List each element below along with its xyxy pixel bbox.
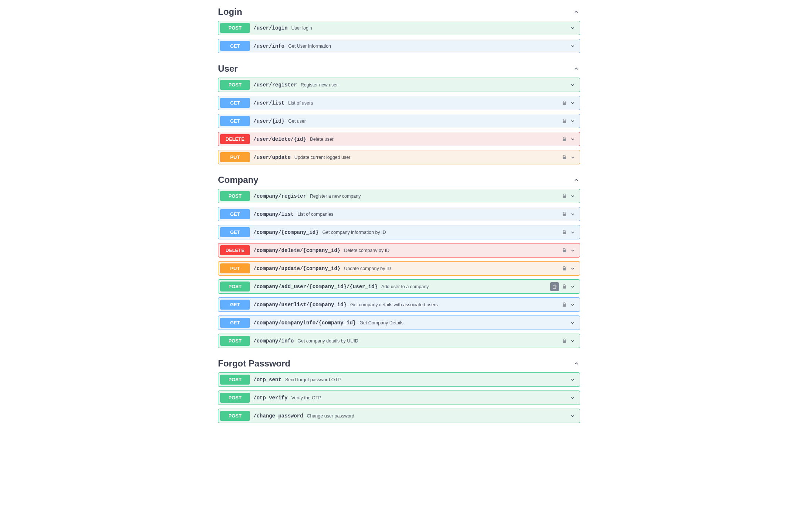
section-toggle[interactable]: Login — [218, 0, 580, 21]
http-method-badge: PUT — [220, 152, 250, 162]
section-title: Login — [218, 7, 242, 17]
chevron-up-icon — [573, 360, 580, 367]
api-summary: List of users — [288, 100, 561, 106]
http-method-badge: GET — [220, 98, 250, 108]
section-toggle[interactable]: User — [218, 57, 580, 78]
api-operation[interactable]: GET/user/listList of users — [218, 96, 580, 110]
api-path: /user/list — [253, 100, 284, 106]
api-summary: Register a new company — [310, 194, 561, 199]
chevron-down-icon — [569, 265, 576, 272]
api-operation[interactable]: DELETE/company/delete/{company_id}Delete… — [218, 243, 580, 258]
section-toggle[interactable]: Company — [218, 168, 580, 189]
lock-icon[interactable] — [561, 154, 567, 160]
api-operation[interactable]: POST/otp_sentSend forgot password OTP — [218, 372, 580, 387]
api-operation[interactable]: PUT/user/updateUpdate current logged use… — [218, 150, 580, 164]
lock-icon[interactable] — [561, 284, 567, 290]
section-title: Forgot Password — [218, 358, 290, 369]
api-operation[interactable]: GET/company/{company_id}Get company info… — [218, 225, 580, 239]
chevron-down-icon — [569, 338, 576, 344]
api-operation[interactable]: GET/company/userlist/{company_id}Get com… — [218, 297, 580, 312]
http-method-badge: GET — [220, 227, 250, 237]
api-summary: Delete company by ID — [344, 248, 561, 253]
api-path: /company/update/{company_id} — [253, 266, 340, 272]
api-path: /company/userlist/{company_id} — [253, 302, 347, 308]
operation-controls — [561, 229, 576, 236]
api-summary: Update current logged user — [294, 155, 561, 160]
api-path: /company/companyinfo/{company_id} — [253, 320, 356, 326]
api-operation[interactable]: GET/company/listList of companies — [218, 207, 580, 221]
lock-icon[interactable] — [561, 266, 567, 272]
operation-controls — [550, 282, 576, 291]
api-operation[interactable]: POST/user/loginUser login — [218, 21, 580, 35]
api-section: LoginPOST/user/loginUser loginGET/user/i… — [218, 0, 580, 53]
chevron-down-icon — [569, 247, 576, 254]
http-method-badge: GET — [220, 209, 250, 219]
api-operation[interactable]: GET/company/companyinfo/{company_id}Get … — [218, 316, 580, 330]
api-operation[interactable]: POST/company/add_user/{company_id}/{user… — [218, 279, 580, 294]
operation-controls — [569, 25, 576, 31]
http-method-badge: POST — [220, 282, 250, 291]
operation-controls — [569, 82, 576, 88]
api-path: /company/delete/{company_id} — [253, 248, 340, 253]
chevron-down-icon — [569, 136, 576, 143]
api-operation[interactable]: PUT/company/update/{company_id}Update co… — [218, 261, 580, 276]
api-summary: Get Company Details — [359, 320, 569, 325]
chevron-down-icon — [569, 193, 576, 200]
http-method-badge: POST — [220, 375, 250, 385]
operation-controls — [561, 100, 576, 106]
api-path: /user/{id} — [253, 118, 284, 124]
page-scroll[interactable]: LoginPOST/user/loginUser loginGET/user/i… — [0, 0, 798, 532]
chevron-down-icon — [569, 100, 576, 106]
api-operation[interactable]: POST/company/infoGet company details by … — [218, 334, 580, 348]
http-method-badge: GET — [220, 300, 250, 310]
api-operation[interactable]: GET/user/infoGet User Information — [218, 39, 580, 53]
http-method-badge: GET — [220, 116, 250, 126]
api-path: /otp_sent — [253, 377, 282, 383]
api-path: /change_password — [253, 413, 303, 419]
chevron-up-icon — [573, 176, 580, 184]
api-operation[interactable]: POST/change_passwordChange user password — [218, 409, 580, 423]
api-operation[interactable]: GET/user/{id}Get user — [218, 114, 580, 128]
api-operation[interactable]: POST/company/registerRegister a new comp… — [218, 189, 580, 203]
chevron-down-icon — [569, 320, 576, 326]
api-path: /user/register — [253, 82, 297, 88]
section-toggle[interactable]: Forgot Password — [218, 352, 580, 372]
lock-icon[interactable] — [561, 229, 567, 235]
lock-icon[interactable] — [561, 248, 567, 253]
operation-controls — [561, 211, 576, 218]
operation-controls — [561, 154, 576, 161]
api-summary: Get user — [288, 119, 561, 124]
chevron-down-icon — [569, 229, 576, 236]
api-path: /user/login — [253, 25, 287, 31]
operation-controls — [569, 395, 576, 401]
operation-controls — [561, 301, 576, 308]
lock-icon[interactable] — [561, 302, 567, 308]
operation-controls — [561, 338, 576, 344]
lock-icon[interactable] — [561, 211, 567, 217]
api-operation[interactable]: POST/otp_verifyVerify the OTP — [218, 391, 580, 405]
api-section: Forgot PasswordPOST/otp_sentSend forgot … — [218, 352, 580, 423]
api-summary: Send forgot password OTP — [285, 377, 569, 382]
api-summary: Register new user — [301, 82, 569, 88]
api-summary: User login — [291, 25, 569, 31]
api-path: /company/list — [253, 211, 294, 217]
api-summary: Delete user — [310, 137, 561, 142]
api-summary: Get company information by ID — [322, 230, 561, 235]
lock-icon[interactable] — [561, 136, 567, 142]
api-operation[interactable]: POST/user/registerRegister new user — [218, 78, 580, 92]
http-method-badge: PUT — [220, 263, 250, 273]
api-operation[interactable]: DELETE/user/delete/{id}Delete user — [218, 132, 580, 146]
lock-icon[interactable] — [561, 193, 567, 199]
http-method-badge: DELETE — [220, 134, 250, 144]
section-title: Company — [218, 175, 258, 185]
api-section: CompanyPOST/company/registerRegister a n… — [218, 168, 580, 348]
api-path: /user/update — [253, 154, 291, 160]
lock-icon[interactable] — [561, 100, 567, 106]
chevron-down-icon — [569, 211, 576, 218]
lock-icon[interactable] — [561, 118, 567, 124]
api-path: /company/{company_id} — [253, 229, 318, 235]
api-summary: Add user to a company — [381, 284, 550, 289]
api-path: /user/info — [253, 43, 284, 49]
copy-icon[interactable] — [550, 282, 559, 291]
lock-icon[interactable] — [561, 338, 567, 344]
